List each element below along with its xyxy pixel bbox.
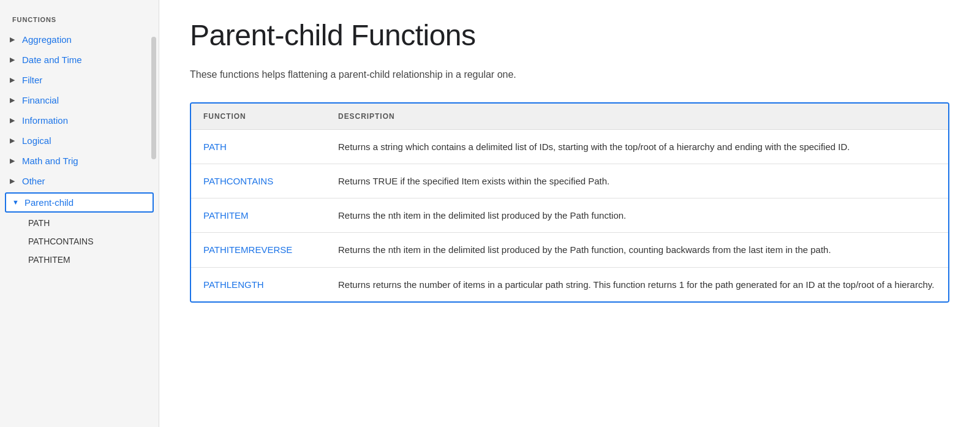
- main-content: Parent-child Functions These functions h…: [159, 0, 980, 427]
- arrow-icon: ▶: [10, 56, 18, 64]
- sidebar-subitem-pathcontains[interactable]: PATHCONTAINS: [0, 232, 159, 251]
- table-row: PATHITEMREVERSEReturns the nth item in t…: [191, 233, 948, 267]
- sidebar-item-label: Information: [22, 115, 68, 126]
- sidebar-item-label: Other: [22, 176, 45, 186]
- page-title: Parent-child Functions: [190, 18, 949, 52]
- fn-link[interactable]: PATHITEM: [203, 210, 249, 221]
- fn-cell[interactable]: PATH: [191, 129, 326, 164]
- fn-description: Returns the nth item in the delimited li…: [326, 233, 948, 267]
- sidebar: FUNCTIONS ▶ Aggregation ▶ Date and Time …: [0, 0, 159, 427]
- fn-cell[interactable]: PATHLENGTH: [191, 267, 326, 301]
- sidebar-subitem-path[interactable]: PATH: [0, 214, 159, 232]
- col-header-description: DESCRIPTION: [326, 104, 948, 130]
- fn-description: Returns a string which contains a delimi…: [326, 129, 948, 164]
- sidebar-item-label: Math and Trig: [22, 156, 78, 166]
- sidebar-item-logical[interactable]: ▶ Logical: [0, 130, 159, 151]
- sidebar-item-label: Date and Time: [22, 55, 82, 65]
- functions-table: FUNCTION DESCRIPTION PATHReturns a strin…: [191, 104, 948, 301]
- fn-description: Returns TRUE if the specified Item exist…: [326, 164, 948, 198]
- sidebar-item-other[interactable]: ▶ Other: [0, 171, 159, 191]
- arrow-icon: ▶: [10, 157, 18, 165]
- sidebar-item-label: Financial: [22, 95, 59, 105]
- arrow-down-icon: ▼: [12, 198, 21, 207]
- table-row: PATHITEMReturns the nth item in the deli…: [191, 198, 948, 233]
- arrow-icon: ▶: [10, 116, 18, 125]
- sidebar-item-filter[interactable]: ▶ Filter: [0, 70, 159, 90]
- sidebar-item-label: Logical: [22, 135, 51, 146]
- sidebar-item-information[interactable]: ▶ Information: [0, 110, 159, 130]
- table-row: PATHCONTAINSReturns TRUE if the specifie…: [191, 164, 948, 198]
- sidebar-item-date-and-time[interactable]: ▶ Date and Time: [0, 50, 159, 70]
- fn-cell[interactable]: PATHITEMREVERSE: [191, 233, 326, 267]
- fn-cell[interactable]: PATHCONTAINS: [191, 164, 326, 198]
- sidebar-item-parent-child[interactable]: ▼ Parent-child: [5, 192, 154, 213]
- sidebar-item-aggregation[interactable]: ▶ Aggregation: [0, 29, 159, 50]
- fn-link[interactable]: PATH: [203, 142, 227, 152]
- arrow-icon: ▶: [10, 36, 18, 44]
- subitem-label: PATHCONTAINS: [28, 236, 94, 246]
- subitem-label: PATH: [28, 218, 50, 228]
- page-description: These functions helps flattening a paren…: [190, 67, 949, 83]
- sidebar-subitem-pathitem[interactable]: PATHITEM: [0, 251, 159, 269]
- arrow-icon: ▶: [10, 76, 18, 85]
- fn-link[interactable]: PATHITEMREVERSE: [203, 244, 292, 255]
- sidebar-section-title: FUNCTIONS: [0, 12, 159, 29]
- functions-table-wrapper: FUNCTION DESCRIPTION PATHReturns a strin…: [190, 102, 949, 303]
- table-row: PATHLENGTHReturns returns the number of …: [191, 267, 948, 301]
- arrow-icon: ▶: [10, 137, 18, 145]
- sidebar-item-financial[interactable]: ▶ Financial: [0, 90, 159, 110]
- subitem-label: PATHITEM: [28, 255, 70, 265]
- scrollbar[interactable]: [151, 37, 156, 159]
- table-header-row: FUNCTION DESCRIPTION: [191, 104, 948, 130]
- fn-link[interactable]: PATHCONTAINS: [203, 176, 273, 186]
- fn-description: Returns the nth item in the delimited li…: [326, 198, 948, 233]
- fn-link[interactable]: PATHLENGTH: [203, 279, 264, 290]
- sidebar-item-label: Aggregation: [22, 34, 72, 45]
- arrow-icon: ▶: [10, 177, 18, 186]
- fn-description: Returns returns the number of items in a…: [326, 267, 948, 301]
- sidebar-item-label: Filter: [22, 75, 42, 85]
- sidebar-item-math-and-trig[interactable]: ▶ Math and Trig: [0, 151, 159, 171]
- sidebar-item-label: Parent-child: [24, 197, 74, 208]
- fn-cell[interactable]: PATHITEM: [191, 198, 326, 233]
- table-row: PATHReturns a string which contains a de…: [191, 129, 948, 164]
- col-header-function: FUNCTION: [191, 104, 326, 130]
- arrow-icon: ▶: [10, 96, 18, 105]
